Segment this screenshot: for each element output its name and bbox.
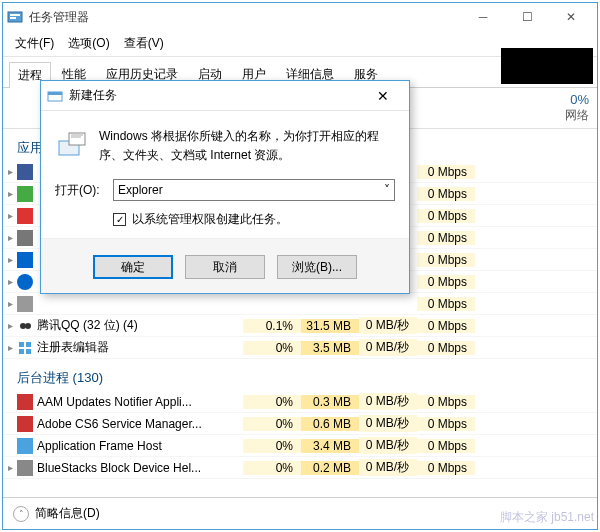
- run-dialog: 新建任务 ✕ Windows 将根据你所键入的名称，为你打开相应的程序、文件夹、…: [40, 80, 410, 294]
- table-row[interactable]: ▸腾讯QQ (32 位) (4)0.1%31.5 MB0 MB/秒0 Mbps: [3, 315, 597, 337]
- table-row[interactable]: Adobe CS6 Service Manager...0%0.6 MB0 MB…: [3, 413, 597, 435]
- app-icon: [7, 9, 23, 25]
- table-row[interactable]: Application Frame Host0%3.4 MB0 MB/秒0 Mb…: [3, 435, 597, 457]
- table-row[interactable]: ▸BlueStacks Block Device Hel...0%0.2 MB0…: [3, 457, 597, 479]
- group-bg: 后台进程 (130): [3, 359, 597, 391]
- titlebar[interactable]: 任务管理器 ─ ☐ ✕: [3, 3, 597, 31]
- redaction-box: [501, 48, 593, 84]
- open-label: 打开(O):: [55, 182, 105, 199]
- svg-point-4: [25, 323, 31, 329]
- browse-button[interactable]: 浏览(B)...: [277, 255, 357, 279]
- svg-rect-6: [26, 342, 31, 347]
- table-row[interactable]: ▸0 Mbps: [3, 293, 597, 315]
- svg-rect-1: [10, 14, 20, 16]
- admin-checkbox[interactable]: ✓ 以系统管理权限创建此任务。: [55, 211, 395, 228]
- run-icon: [55, 127, 89, 161]
- cancel-button[interactable]: 取消: [185, 255, 265, 279]
- dialog-titlebar[interactable]: 新建任务 ✕: [41, 81, 409, 111]
- close-button[interactable]: ✕: [549, 3, 593, 31]
- minimize-button[interactable]: ─: [461, 3, 505, 31]
- dialog-icon: [47, 88, 63, 104]
- chevron-up-icon[interactable]: ˄: [13, 506, 29, 522]
- admin-label: 以系统管理权限创建此任务。: [132, 211, 288, 228]
- checkbox-icon: ✓: [113, 213, 126, 226]
- svg-rect-10: [48, 92, 62, 95]
- chevron-down-icon[interactable]: ˅: [384, 183, 390, 197]
- maximize-button[interactable]: ☐: [505, 3, 549, 31]
- menu-view[interactable]: 查看(V): [118, 33, 170, 54]
- open-value: Explorer: [118, 183, 163, 197]
- table-row[interactable]: ▸注册表编辑器0%3.5 MB0 MB/秒0 Mbps: [3, 337, 597, 359]
- dialog-title: 新建任务: [69, 87, 363, 104]
- dialog-close-button[interactable]: ✕: [363, 88, 403, 104]
- col-network[interactable]: 0% 网络: [539, 88, 597, 128]
- menu-options[interactable]: 选项(O): [62, 33, 115, 54]
- brief-info-link[interactable]: 简略信息(D): [35, 505, 100, 522]
- window-title: 任务管理器: [29, 9, 461, 26]
- svg-rect-8: [26, 349, 31, 354]
- open-input[interactable]: Explorer ˅: [113, 179, 395, 201]
- svg-rect-5: [19, 342, 24, 347]
- footer: ˄ 简略信息(D): [3, 497, 597, 529]
- svg-rect-7: [19, 349, 24, 354]
- ok-button[interactable]: 确定: [93, 255, 173, 279]
- table-row[interactable]: AAM Updates Notifier Appli...0%0.3 MB0 M…: [3, 391, 597, 413]
- dialog-message: Windows 将根据你所键入的名称，为你打开相应的程序、文件夹、文档或 Int…: [99, 127, 395, 165]
- menu-file[interactable]: 文件(F): [9, 33, 60, 54]
- svg-rect-2: [10, 17, 16, 19]
